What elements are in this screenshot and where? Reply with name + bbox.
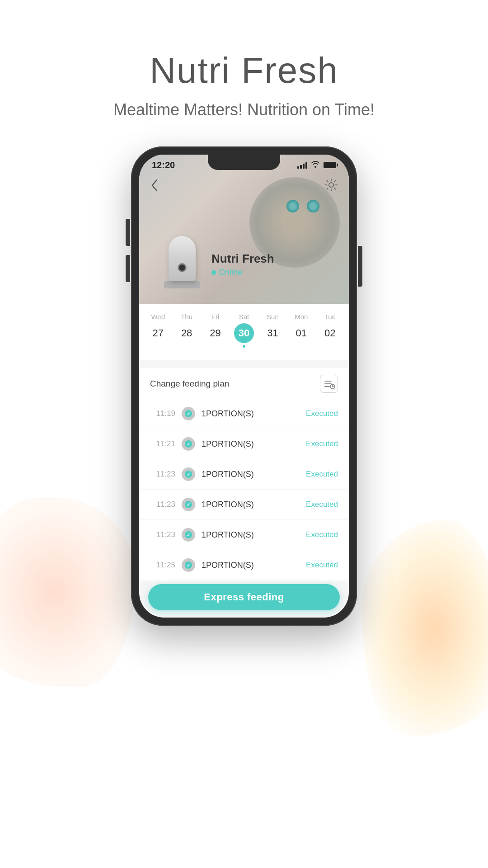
feeding-status: Executed	[306, 500, 338, 509]
app-title: Nutri Fresh	[0, 50, 488, 91]
feeding-status: Executed	[306, 470, 338, 479]
feeding-item: 11:21 1PORTION(S) Executed	[139, 429, 349, 459]
status-time: 12:20	[152, 160, 175, 170]
feeding-portion: 1PORTION(S)	[202, 470, 300, 479]
timeline-circle	[182, 467, 195, 481]
app-subtitle: Mealtime Matters! Nutrition on Time!	[0, 100, 488, 119]
calendar-day-col[interactable]: Tue02	[316, 313, 343, 348]
svg-point-0	[329, 183, 333, 187]
day-label: Wed	[151, 313, 165, 321]
wifi-icon	[311, 160, 320, 170]
signal-icon	[297, 161, 307, 169]
express-feeding-button[interactable]: Express feeding	[148, 584, 340, 610]
calendar-day-col[interactable]: Fri29	[202, 313, 229, 348]
day-label: Thu	[181, 313, 192, 321]
day-label: Mon	[295, 313, 308, 321]
feeding-time: 11:23	[150, 470, 175, 479]
timeline-check	[185, 501, 192, 508]
feeding-item: 11:25 1PORTION(S) Executed	[139, 550, 349, 580]
feeding-item: 11:23 1PORTION(S) Executed	[139, 459, 349, 490]
feeding-status: Executed	[306, 530, 338, 539]
battery-icon	[324, 162, 336, 168]
timeline-check	[185, 410, 192, 417]
calendar-section: Wed27Thu28Fri29Sat30Sun31Mon01Tue02	[139, 304, 349, 360]
feeding-timeline	[182, 437, 195, 451]
timeline-check	[185, 561, 192, 569]
express-feeding-label: Express feeding	[204, 591, 284, 603]
calendar-day-col[interactable]: Sun31	[259, 313, 286, 348]
phone-notch	[208, 155, 280, 170]
feeding-status: Executed	[306, 439, 338, 448]
device-status-row: Online	[211, 268, 274, 277]
feeding-item: 11:19 1PORTION(S) Executed	[139, 399, 349, 429]
feeding-time: 11:23	[150, 500, 175, 509]
status-icons	[297, 160, 336, 170]
cat-eye-right	[307, 200, 319, 212]
hero-section: Nutri Fresh Online	[139, 155, 349, 304]
feeding-timeline	[182, 528, 195, 542]
feeding-timeline	[182, 407, 195, 420]
feeding-time: 11:23	[150, 530, 175, 539]
day-number[interactable]: 28	[177, 323, 197, 343]
timeline-check	[185, 471, 192, 478]
feeding-item: 11:23 1PORTION(S) Executed	[139, 490, 349, 520]
online-text: Online	[219, 268, 242, 277]
feeding-portion: 1PORTION(S)	[202, 561, 300, 570]
day-number[interactable]: 02	[320, 323, 340, 343]
day-number[interactable]: 31	[263, 323, 282, 343]
device-body	[169, 236, 196, 281]
phone-wrapper: 12:20	[0, 146, 488, 653]
calendar-days-row: Wed27Thu28Fri29Sat30Sun31Mon01Tue02	[144, 313, 344, 348]
feeding-list: 11:19 1PORTION(S) Executed 11:21 1PORTIO…	[139, 399, 349, 581]
feeding-timeline	[182, 558, 195, 572]
feeding-portion: 1PORTION(S)	[202, 409, 300, 419]
app-header: Nutri Fresh Mealtime Matters! Nutrition …	[0, 0, 488, 146]
plan-icon-button[interactable]	[320, 375, 338, 393]
device-image	[162, 236, 202, 295]
day-label: Tue	[324, 313, 336, 321]
timeline-check	[185, 440, 192, 448]
timeline-check	[185, 531, 192, 538]
feeding-portion: 1PORTION(S)	[202, 530, 300, 540]
timeline-circle	[182, 498, 195, 511]
day-number[interactable]: 01	[291, 323, 311, 343]
day-number[interactable]: 27	[148, 323, 168, 343]
calendar-day-col[interactable]: Mon01	[288, 313, 315, 348]
device-name: Nutri Fresh	[211, 252, 274, 266]
feeding-status: Executed	[306, 409, 338, 418]
cat-eye-left	[286, 200, 299, 212]
phone-screen: 12:20	[139, 155, 349, 618]
calendar-day-col[interactable]: Wed27	[145, 313, 172, 348]
device-lens	[178, 263, 187, 272]
feeding-plan-label: Change feeding plan	[150, 379, 229, 389]
day-number[interactable]: 29	[206, 323, 225, 343]
timeline-circle	[182, 407, 195, 420]
feeding-time: 11:19	[150, 409, 175, 418]
back-button[interactable]	[150, 178, 159, 196]
feeding-time: 11:25	[150, 561, 175, 570]
feeding-timeline	[182, 467, 195, 481]
calendar-day-col[interactable]: Sat30	[230, 313, 258, 348]
day-label: Sun	[267, 313, 279, 321]
feeding-portion: 1PORTION(S)	[202, 439, 300, 449]
feeding-plan-header: Change feeding plan	[139, 367, 349, 400]
device-base	[164, 281, 200, 288]
device-info: Nutri Fresh Online	[211, 252, 274, 277]
phone-frame: 12:20	[131, 146, 357, 626]
timeline-circle	[182, 558, 195, 572]
feeding-item: 11:23 1PORTION(S) Executed	[139, 520, 349, 550]
feeding-portion: 1PORTION(S)	[202, 500, 300, 509]
feeding-time: 11:21	[150, 439, 175, 448]
day-number[interactable]: 30	[234, 323, 254, 343]
day-dot	[243, 345, 245, 348]
day-label: Sat	[239, 313, 249, 321]
day-label: Fri	[211, 313, 220, 321]
calendar-day-col[interactable]: Thu28	[173, 313, 200, 348]
timeline-circle	[182, 528, 195, 542]
feeding-timeline	[182, 498, 195, 511]
timeline-circle	[182, 437, 195, 451]
online-dot	[211, 270, 216, 275]
settings-button[interactable]	[324, 178, 338, 195]
feeding-status: Executed	[306, 561, 338, 570]
